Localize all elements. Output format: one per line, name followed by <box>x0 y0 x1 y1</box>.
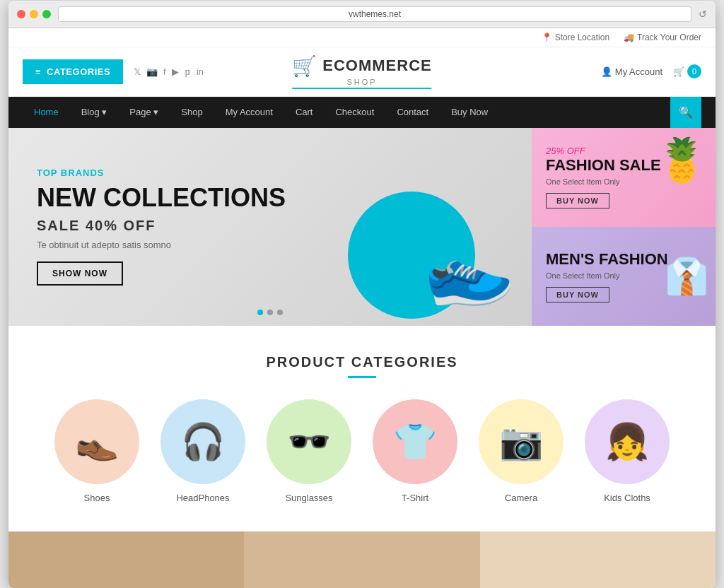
product-categories-section: PRODUCT CATEGORIES 👞 Shoes 🎧 HeadPhones … <box>8 326 716 531</box>
banner-sale: SALE 40% OFF <box>37 218 286 234</box>
cart-count-badge: 0 <box>687 64 701 78</box>
camera-label: Camera <box>505 493 537 503</box>
side-banners: 25% OFF FASHION SALE One Select Item Onl… <box>532 128 716 326</box>
sunglasses-label: Sunglasses <box>285 493 332 503</box>
nav-page[interactable]: Page ▾ <box>118 97 170 127</box>
headphones-circle: 🎧 <box>160 399 245 484</box>
site-logo[interactable]: 🛒 ECOMMERCE SHOP <box>292 54 431 89</box>
social-icons: 𝕏 📷 f ▶ 𝕡 in <box>134 66 204 77</box>
headphones-label: HeadPhones <box>176 493 229 503</box>
store-location-link[interactable]: 📍 Store Location <box>542 33 609 42</box>
linkedin-icon[interactable]: in <box>197 66 204 77</box>
sunglasses-icon: 🕶️ <box>287 421 331 462</box>
search-icon: 🔍 <box>679 105 693 119</box>
main-banner: TOP BRANDS NEW COLLECTIONS SALE 40% OFF … <box>8 128 532 326</box>
minimize-window-btn[interactable] <box>30 10 38 18</box>
show-now-button[interactable]: SHOW NOW <box>37 261 123 286</box>
banner-dots <box>257 310 283 315</box>
preview-1 <box>8 531 244 588</box>
category-kids[interactable]: 👧 Kids Cloths <box>585 399 670 503</box>
close-window-btn[interactable] <box>17 10 25 18</box>
window-controls <box>17 10 51 18</box>
nav-shop[interactable]: Shop <box>170 97 214 127</box>
sunglasses-circle: 🕶️ <box>267 399 351 484</box>
maximize-window-btn[interactable] <box>42 10 51 18</box>
cart-link[interactable]: 🛒 0 <box>673 64 701 78</box>
reload-btn[interactable]: ↺ <box>699 8 707 20</box>
search-button[interactable]: 🔍 <box>670 97 701 128</box>
header-right: 👤 My Account 🛒 0 <box>601 64 701 78</box>
pinterest-icon[interactable]: 𝕡 <box>185 66 191 77</box>
navigation-bar: Home Blog ▾ Page ▾ Shop My Account Cart … <box>8 97 716 128</box>
user-icon: 👤 <box>601 66 612 77</box>
dot-2[interactable] <box>267 310 273 315</box>
category-tshirt[interactable]: 👕 T-Shirt <box>373 399 457 503</box>
preview-2 <box>244 531 479 588</box>
category-shoes[interactable]: 👞 Shoes <box>54 399 139 503</box>
shopping-cart-icon: 🛒 <box>673 66 684 77</box>
kids-label: Kids Cloths <box>604 493 650 503</box>
youtube-icon[interactable]: ▶ <box>172 66 179 77</box>
tshirt-label: T-Shirt <box>402 493 428 503</box>
my-account-link[interactable]: 👤 My Account <box>601 66 662 77</box>
kids-icon: 👧 <box>605 421 649 462</box>
nav-items: Home Blog ▾ Page ▾ Shop My Account Cart … <box>23 97 499 127</box>
hero-section: TOP BRANDS NEW COLLECTIONS SALE 40% OFF … <box>8 128 716 326</box>
section-underline <box>348 376 376 378</box>
location-icon: 📍 <box>542 33 552 42</box>
menu-icon: ≡ <box>35 66 41 77</box>
facebook-icon[interactable]: f <box>163 66 166 77</box>
categories-button[interactable]: ≡ CATEGORIES <box>23 59 123 84</box>
dot-3[interactable] <box>277 310 283 315</box>
nav-checkout[interactable]: Checkout <box>324 97 385 127</box>
fashion-sale-btn[interactable]: BUY NOW <box>546 193 609 208</box>
mens-fashion-btn[interactable]: BUY NOW <box>546 287 609 302</box>
banner-title: NEW COLLECTIONS <box>37 184 286 212</box>
category-camera[interactable]: 📷 Camera <box>479 399 564 503</box>
logo-sub-text: SHOP <box>292 78 431 89</box>
mens-fashion-banner: MEN'S FASHION One Select Item Only BUY N… <box>532 227 716 326</box>
camera-icon: 📷 <box>499 421 543 462</box>
nav-home[interactable]: Home <box>23 97 70 127</box>
headphones-icon: 🎧 <box>181 421 225 462</box>
preview-3 <box>480 531 716 588</box>
nav-buy-now[interactable]: Buy Now <box>440 97 499 127</box>
utility-bar: 📍 Store Location 🚚 Track Your Order <box>8 28 716 47</box>
banner-content: TOP BRANDS NEW COLLECTIONS SALE 40% OFF … <box>37 167 286 286</box>
fashion-sale-banner: 25% OFF FASHION SALE One Select Item Onl… <box>532 128 716 227</box>
tshirt-icon: 👕 <box>393 421 437 462</box>
shoes-circle: 👞 <box>54 399 139 484</box>
nav-my-account[interactable]: My Account <box>214 97 284 127</box>
truck-icon: 🚚 <box>624 33 634 42</box>
address-bar[interactable]: vwthemes.net <box>58 6 691 22</box>
shoes-icon: 👞 <box>75 421 119 462</box>
browser-chrome: vwthemes.net ↺ <box>8 1 716 28</box>
banner-description: Te obtinuit ut adepto satis somno <box>37 240 286 250</box>
banner-subtitle: TOP BRANDS <box>37 167 286 178</box>
cart-logo-icon: 🛒 <box>292 54 317 78</box>
categories-grid: 👞 Shoes 🎧 HeadPhones 🕶️ Sunglasses <box>23 399 701 503</box>
bottom-preview <box>8 531 716 588</box>
twitter-icon[interactable]: 𝕏 <box>134 66 141 77</box>
dot-1[interactable] <box>257 310 263 315</box>
logo-main-text: ECOMMERCE <box>322 57 431 75</box>
track-order-link[interactable]: 🚚 Track Your Order <box>624 33 701 42</box>
pineapple-icon: 🍍 <box>655 135 708 185</box>
nav-contact[interactable]: Contact <box>385 97 440 127</box>
category-headphones[interactable]: 🎧 HeadPhones <box>160 399 245 503</box>
kids-circle: 👧 <box>585 399 670 484</box>
shoes-label: Shoes <box>84 493 110 503</box>
mens-fashion-image: 👔 <box>665 256 708 297</box>
browser-window: vwthemes.net ↺ 📍 Store Location 🚚 Track … <box>8 1 716 588</box>
site-header: ≡ CATEGORIES 𝕏 📷 f ▶ 𝕡 in 🛒 ECOMMERCE SH… <box>8 47 716 97</box>
category-sunglasses[interactable]: 🕶️ Sunglasses <box>267 399 351 503</box>
instagram-icon[interactable]: 📷 <box>146 66 158 77</box>
section-title: PRODUCT CATEGORIES <box>23 354 701 370</box>
tshirt-circle: 👕 <box>373 399 457 484</box>
camera-circle: 📷 <box>479 399 564 484</box>
nav-blog[interactable]: Blog ▾ <box>70 97 119 127</box>
nav-cart[interactable]: Cart <box>284 97 325 127</box>
